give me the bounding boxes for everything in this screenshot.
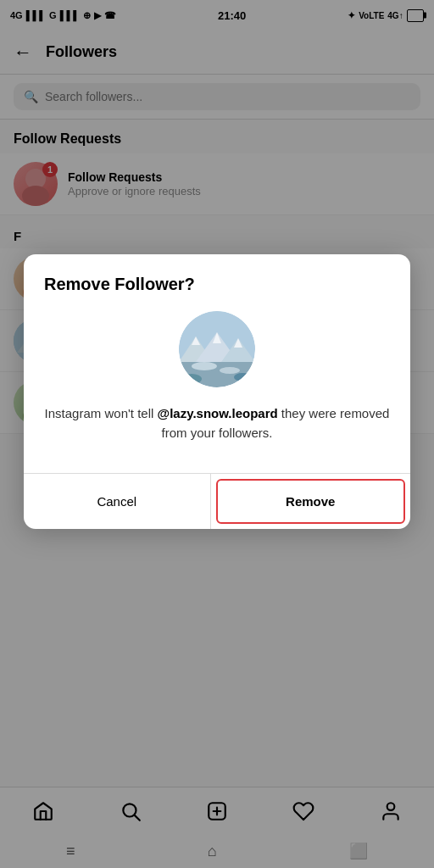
svg-point-28	[220, 367, 240, 374]
svg-point-27	[192, 362, 217, 370]
remove-button[interactable]: Remove	[216, 479, 406, 524]
dialog-message: Instagram won't tell @lazy.snow.leopard …	[44, 404, 390, 442]
dialog-title: Remove Follower?	[44, 275, 390, 294]
dialog-actions-divider	[210, 474, 211, 529]
cancel-button[interactable]: Cancel	[24, 474, 210, 529]
dialog-avatar-wrap	[44, 311, 390, 387]
dialog-avatar	[179, 311, 255, 387]
dialog-body: Remove Follower?	[24, 254, 410, 473]
dialog-username: @lazy.snow.leopard	[158, 406, 278, 420]
remove-follower-dialog: Remove Follower?	[24, 254, 410, 529]
svg-point-29	[181, 374, 202, 384]
svg-point-30	[234, 373, 251, 381]
dialog-actions: Cancel Remove	[24, 474, 410, 529]
